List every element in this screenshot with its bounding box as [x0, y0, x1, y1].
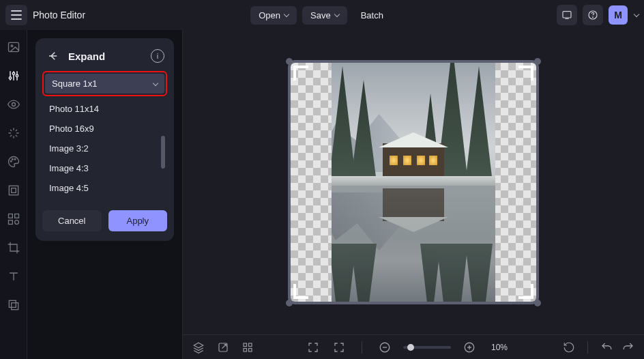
- redo-icon[interactable]: [621, 340, 636, 355]
- svg-rect-13: [11, 188, 16, 193]
- svg-rect-21: [244, 343, 247, 347]
- open-menu[interactable]: Open: [250, 6, 297, 25]
- aspect-select[interactable]: Square 1x1: [45, 74, 164, 94]
- topbar: Photo Editor Open Save Batch M: [0, 0, 644, 30]
- overlay-icon[interactable]: [6, 298, 21, 313]
- export-icon[interactable]: [216, 340, 231, 355]
- crop-corner[interactable]: [518, 284, 533, 299]
- svg-point-6: [12, 72, 14, 74]
- chevron-down-icon: [153, 80, 158, 85]
- eye-icon[interactable]: [6, 97, 21, 112]
- dropdown-scrollbar[interactable]: [161, 136, 165, 169]
- aspect-option[interactable]: Photo 11x14: [42, 99, 167, 119]
- help-icon[interactable]: [583, 5, 603, 25]
- image-icon[interactable]: [6, 40, 21, 55]
- batch-label: Batch: [361, 10, 383, 20]
- cancel-button[interactable]: Cancel: [42, 210, 102, 231]
- panel-title: Expand: [68, 51, 105, 62]
- aspect-option[interactable]: Image 4:3: [42, 158, 167, 178]
- palette-icon[interactable]: [6, 154, 21, 169]
- tool-rail: [0, 30, 27, 359]
- chevron-down-icon: [334, 12, 339, 17]
- photo-preview: [332, 63, 495, 302]
- svg-rect-0: [563, 12, 571, 18]
- svg-point-7: [16, 74, 18, 76]
- sparkle-icon[interactable]: [6, 126, 21, 141]
- canvas-area[interactable]: [183, 30, 644, 334]
- bottom-toolbar: 10%: [183, 334, 644, 359]
- svg-rect-18: [9, 300, 16, 307]
- frame-handle[interactable]: [534, 300, 541, 306]
- svg-point-5: [9, 77, 11, 79]
- expand-frame[interactable]: [288, 60, 539, 304]
- back-button[interactable]: [45, 48, 61, 64]
- chevron-down-icon[interactable]: [634, 12, 639, 17]
- aspect-selected-value: Square 1x1: [52, 78, 98, 89]
- aspect-option[interactable]: Photo 16x9: [42, 119, 167, 139]
- svg-rect-12: [9, 186, 18, 195]
- grid-icon[interactable]: [240, 340, 255, 355]
- hamburger-menu[interactable]: [5, 5, 27, 25]
- chevron-down-icon: [284, 12, 289, 17]
- fullscreen-icon[interactable]: [306, 340, 321, 355]
- aspect-option[interactable]: Image 4:5: [42, 178, 167, 198]
- zoom-in-icon[interactable]: [462, 340, 477, 355]
- zoom-out-icon[interactable]: [377, 340, 392, 355]
- svg-rect-23: [244, 348, 247, 351]
- svg-point-9: [10, 160, 12, 162]
- user-avatar[interactable]: M: [609, 5, 628, 25]
- zoom-slider[interactable]: [403, 346, 451, 349]
- history-icon[interactable]: [561, 340, 576, 355]
- divider: [362, 341, 362, 354]
- crop-corner[interactable]: [518, 66, 533, 81]
- info-icon[interactable]: i: [151, 49, 164, 63]
- aspect-select-highlight: Square 1x1: [42, 71, 167, 96]
- app-title: Photo Editor: [33, 10, 85, 20]
- svg-point-11: [14, 158, 16, 160]
- save-menu[interactable]: Save: [302, 6, 347, 25]
- open-label: Open: [259, 10, 280, 20]
- text-icon[interactable]: [6, 269, 21, 284]
- svg-point-2: [593, 17, 594, 18]
- undo-icon[interactable]: [599, 340, 614, 355]
- feedback-icon[interactable]: [557, 5, 577, 25]
- save-label: Save: [310, 10, 331, 20]
- svg-rect-14: [8, 214, 12, 218]
- svg-rect-22: [249, 343, 252, 347]
- svg-point-4: [11, 45, 13, 47]
- svg-point-8: [12, 103, 15, 106]
- svg-rect-3: [8, 42, 18, 51]
- svg-rect-24: [249, 348, 252, 351]
- expand-panel: Expand i Square 1x1 Photo 11x14 Photo 16…: [35, 38, 174, 241]
- layers-icon[interactable]: [191, 340, 206, 355]
- aspect-dropdown: Photo 11x14 Photo 16x9 Image 3:2 Image 4…: [42, 98, 167, 201]
- batch-button[interactable]: Batch: [353, 6, 392, 25]
- aspect-option[interactable]: Image 3:2: [42, 139, 167, 158]
- crop-icon[interactable]: [6, 240, 21, 255]
- zoom-value: 10%: [488, 343, 511, 352]
- svg-point-17: [14, 220, 18, 225]
- elements-icon[interactable]: [6, 212, 21, 227]
- svg-rect-19: [11, 303, 18, 310]
- divider: [587, 341, 588, 354]
- adjust-icon[interactable]: [6, 68, 21, 83]
- svg-rect-16: [8, 220, 12, 225]
- svg-point-10: [12, 158, 13, 160]
- frame-icon[interactable]: [6, 183, 21, 198]
- svg-rect-15: [14, 214, 18, 218]
- crop-corner[interactable]: [293, 66, 308, 81]
- sidebar: Expand i Square 1x1 Photo 11x14 Photo 16…: [27, 30, 183, 359]
- crop-corner[interactable]: [293, 284, 308, 299]
- apply-button[interactable]: Apply: [108, 210, 168, 231]
- fit-icon[interactable]: [332, 340, 347, 355]
